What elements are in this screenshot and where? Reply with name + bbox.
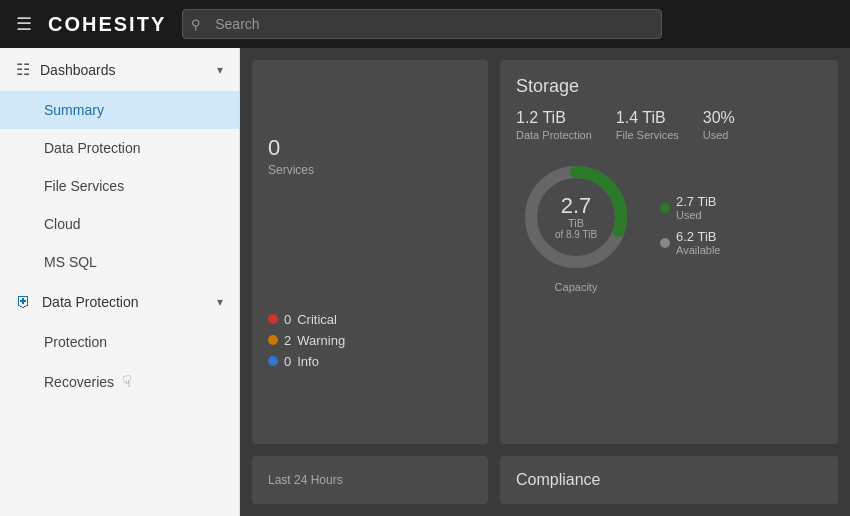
search-input[interactable] [182,9,662,39]
services-stat: 0 Services [268,135,472,177]
menu-icon[interactable]: ☰ [16,13,32,35]
search-icon: ⚲ [191,17,201,32]
storage-card: Storage 1.2 TiB Data Protection 1.4 TiB … [500,60,838,444]
legend-available-value: 6.2 TiB [676,229,720,244]
cards-row-top: 0 Services 0 Critical 2 Warning [240,48,850,456]
donut-center: 2.7 TiB of 8.9 TiB [555,195,597,240]
legend-available: 6.2 TiB Available [660,229,720,256]
search-container: ⚲ [182,9,662,39]
bottom-row: Last 24 Hours Compliance [240,456,850,516]
donut-value: 2.7 [555,195,597,217]
sidebar-item-protection[interactable]: Protection [0,323,239,361]
bottom-left-card: Last 24 Hours [252,456,488,504]
legend-available-dot [660,238,670,248]
sidebar-item-summary[interactable]: Summary [0,91,239,129]
shield-icon: ⛨ [16,293,32,311]
app-logo: COHESITY [48,13,166,36]
sidebar-item-file-services[interactable]: File Services [0,167,239,205]
sidebar: ☷ Dashboards ▾ Summary Data Protection F… [0,48,240,516]
storage-fs-value: 1.4 TiB [616,109,679,127]
sidebar-item-recoveries[interactable]: Recoveries ☟ [0,361,239,402]
storage-dp-label: Data Protection [516,129,592,141]
storage-stat-fs: 1.4 TiB File Services [616,109,679,141]
storage-main: 2.7 TiB of 8.9 TiB Capacity 2.7 TiB [516,157,822,293]
storage-title: Storage [516,76,822,97]
donut-sub: of 8.9 TiB [555,229,597,240]
compliance-card: Compliance [500,456,838,504]
critical-count: 0 [284,312,291,327]
compliance-title: Compliance [516,471,600,489]
topbar: ☰ COHESITY ⚲ [0,0,850,48]
last-24-hours-label: Last 24 Hours [268,473,343,487]
legend-available-label: Available [676,244,720,256]
storage-top-stats: 1.2 TiB Data Protection 1.4 TiB File Ser… [516,109,822,141]
sidebar-item-ms-sql[interactable]: MS SQL [0,243,239,281]
donut-chart: 2.7 TiB of 8.9 TiB [516,157,636,277]
storage-dp-value: 1.2 TiB [516,109,592,127]
info-dot [268,356,278,366]
storage-used-label: Used [703,129,735,141]
legend-used-label: Used [676,209,716,221]
alerts-section: 0 Critical 2 Warning 0 Info [268,312,472,369]
warning-count: 2 [284,333,291,348]
sidebar-section-data-protection[interactable]: ⛨ Data Protection ▾ [0,281,239,323]
dashboards-label: Dashboards [40,62,116,78]
legend-used: 2.7 TiB Used [660,194,720,221]
dashboards-icon: ☷ [16,60,30,79]
donut-wrapper: 2.7 TiB of 8.9 TiB Capacity [516,157,636,293]
warning-dot [268,335,278,345]
donut-unit: TiB [555,217,597,229]
alert-warning: 2 Warning [268,333,472,348]
sidebar-section-dashboards[interactable]: ☷ Dashboards ▾ [0,48,239,91]
services-label: Services [268,163,472,177]
storage-fs-label: File Services [616,129,679,141]
services-count: 0 [268,135,472,161]
data-protection-chevron: ▾ [217,295,223,309]
critical-label: Critical [297,312,337,327]
storage-stat-dp: 1.2 TiB Data Protection [516,109,592,141]
dashboards-chevron: ▾ [217,63,223,77]
info-count: 0 [284,354,291,369]
storage-stat-used: 30% Used [703,109,735,141]
alert-info: 0 Info [268,354,472,369]
sidebar-item-data-protection[interactable]: Data Protection [0,129,239,167]
cursor-icon: ☟ [122,373,132,390]
info-label: Info [297,354,319,369]
alert-critical: 0 Critical [268,312,472,327]
legend-used-info: 2.7 TiB Used [676,194,716,221]
warning-label: Warning [297,333,345,348]
donut-caption: Capacity [516,281,636,293]
content-area: 0 Services 0 Critical 2 Warning [240,48,850,516]
sidebar-item-cloud[interactable]: Cloud [0,205,239,243]
critical-dot [268,314,278,324]
data-protection-section-label: Data Protection [42,294,139,310]
main-layout: ☷ Dashboards ▾ Summary Data Protection F… [0,48,850,516]
storage-legend: 2.7 TiB Used 6.2 TiB Available [660,194,720,256]
legend-used-dot [660,203,670,213]
legend-used-value: 2.7 TiB [676,194,716,209]
services-card: 0 Services 0 Critical 2 Warning [252,60,488,444]
legend-available-info: 6.2 TiB Available [676,229,720,256]
storage-used-value: 30% [703,109,735,127]
